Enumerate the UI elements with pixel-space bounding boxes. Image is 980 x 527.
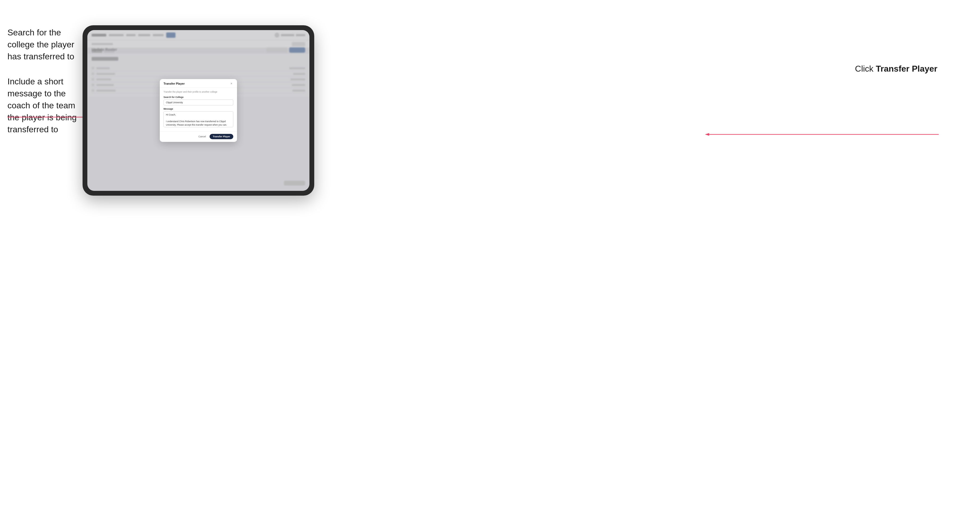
modal-body: Transfer the player and their profile to… [160, 88, 237, 132]
annotation-right: Click Transfer Player [855, 64, 937, 74]
modal-overlay: Transfer Player × Transfer the player an… [88, 30, 309, 191]
search-college-label: Search for College [164, 96, 233, 98]
cancel-button[interactable]: Cancel [197, 134, 207, 139]
transfer-player-button[interactable]: Transfer Player [210, 134, 233, 139]
message-label: Message [164, 108, 233, 110]
right-arrow [699, 130, 939, 138]
svg-marker-4 [705, 133, 709, 136]
modal-description: Transfer the player and their profile to… [164, 90, 233, 94]
search-college-input[interactable] [164, 100, 233, 105]
modal-header: Transfer Player × [160, 79, 237, 88]
annotation-search-text: Search for the college the player has tr… [8, 27, 80, 62]
annotation-transfer-bold: Transfer Player [876, 64, 937, 73]
tablet-screen: Update Roster Transfer Player × Transfer… [88, 30, 309, 191]
tablet-frame: Update Roster Transfer Player × Transfer… [83, 25, 314, 195]
modal-footer: Cancel Transfer Player [160, 132, 237, 142]
modal-title: Transfer Player [164, 82, 185, 85]
transfer-player-modal: Transfer Player × Transfer the player an… [160, 79, 237, 142]
close-icon[interactable]: × [229, 82, 233, 86]
message-textarea[interactable]: Hi Coach, I understand Chris Robertson h… [164, 111, 233, 127]
annotation-click-prefix: Click [855, 64, 876, 73]
